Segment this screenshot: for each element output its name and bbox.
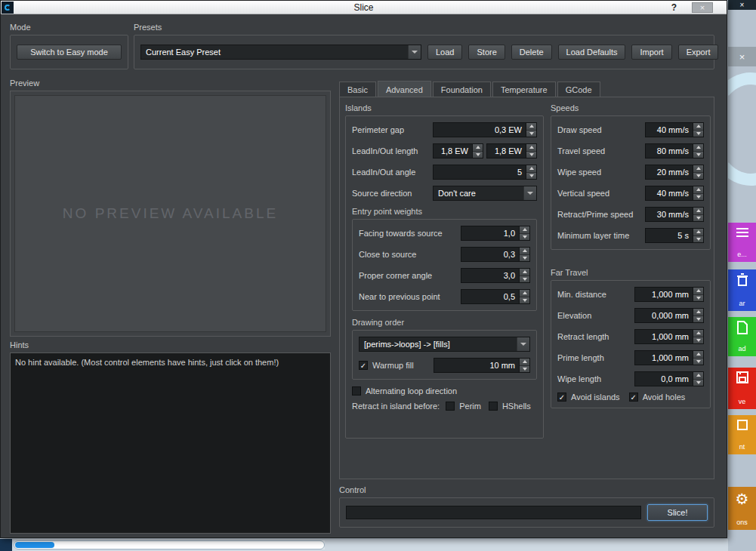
window-title: Slice bbox=[1, 2, 727, 13]
preview-placeholder-text: NO PREVIEW AVAILABLE bbox=[63, 205, 278, 222]
spinner-buttons[interactable] bbox=[519, 269, 529, 282]
side-button-3[interactable]: ad bbox=[728, 317, 756, 356]
chevron-down-icon[interactable] bbox=[408, 45, 421, 59]
tab-basic[interactable]: Basic bbox=[339, 82, 376, 97]
chevron-down-icon[interactable] bbox=[517, 337, 529, 351]
avoid-holes-checkbox[interactable]: ✓ bbox=[629, 392, 638, 402]
close-button[interactable]: × bbox=[692, 2, 713, 13]
spinner-buttons[interactable] bbox=[526, 165, 536, 179]
side-button-2[interactable]: ar bbox=[728, 269, 756, 311]
vertical-speed-field[interactable]: 40 mm/s bbox=[645, 186, 704, 201]
spinner-buttons[interactable] bbox=[526, 144, 536, 158]
far-travel-group-label: Far Travel bbox=[551, 268, 711, 278]
wipe-length-field[interactable]: 0,0 mm bbox=[634, 371, 704, 386]
retract-length-field[interactable]: 1,000 mm bbox=[634, 329, 704, 344]
spinner-buttons[interactable] bbox=[693, 229, 703, 242]
spinner-buttons[interactable] bbox=[693, 372, 703, 386]
drawing-order-label: Drawing order bbox=[352, 318, 537, 327]
gear-icon: ⚙ bbox=[736, 491, 749, 507]
close-icon: × bbox=[739, 51, 745, 63]
mode-group-label: Mode bbox=[10, 23, 128, 32]
alternating-loop-direction-checkbox[interactable] bbox=[352, 386, 361, 396]
spinner-buttons[interactable] bbox=[693, 165, 703, 179]
background-taskbar-tile bbox=[0, 539, 12, 551]
spinner-buttons[interactable] bbox=[693, 351, 703, 365]
leadinout-angle-field[interactable]: 5 bbox=[433, 165, 537, 180]
drawing-order-combobox[interactable]: [perims->loops] -> [fills] bbox=[359, 337, 530, 352]
entry-point-weights-group: Entry point weights Facing towards sourc… bbox=[352, 207, 537, 311]
titlebar[interactable]: Slice ? × bbox=[1, 1, 727, 14]
spinner-buttons[interactable] bbox=[519, 290, 529, 303]
wipe-speed-value: 20 mm/s bbox=[646, 165, 693, 179]
delete-button[interactable]: Delete bbox=[511, 45, 552, 60]
side-button-1[interactable]: e... bbox=[728, 223, 756, 262]
chevron-down-icon[interactable] bbox=[523, 186, 536, 200]
spinner-buttons[interactable] bbox=[693, 186, 703, 200]
retract-hshells-checkbox[interactable] bbox=[489, 402, 498, 411]
alternating-loop-direction-label: Alternating loop direction bbox=[366, 386, 537, 396]
retract-perim-checkbox[interactable] bbox=[446, 402, 455, 411]
import-button[interactable]: Import bbox=[631, 45, 671, 60]
side-button-options[interactable]: ⚙ ons bbox=[728, 487, 756, 530]
elevation-field[interactable]: 0,000 mm bbox=[634, 308, 704, 323]
load-defaults-button[interactable]: Load Defaults bbox=[558, 45, 626, 60]
preview-group-label: Preview bbox=[10, 78, 331, 88]
spinner-buttons[interactable] bbox=[693, 288, 703, 301]
spinner-buttons[interactable] bbox=[472, 144, 483, 158]
travel-speed-field[interactable]: 80 mm/s bbox=[645, 143, 704, 159]
side-button-4[interactable]: ve bbox=[728, 368, 756, 409]
tab-foundation[interactable]: Foundation bbox=[433, 82, 491, 97]
warmup-fill-value: 10 mm bbox=[434, 359, 519, 372]
islands-group-label: Islands bbox=[345, 103, 544, 113]
wipe-speed-field[interactable]: 20 mm/s bbox=[645, 165, 704, 180]
minimum-layer-time-field[interactable]: 5 s bbox=[645, 228, 704, 243]
tab-advanced[interactable]: Advanced bbox=[378, 81, 431, 97]
preset-combobox[interactable]: Current Easy Preset bbox=[140, 45, 421, 60]
spinner-buttons[interactable] bbox=[519, 248, 529, 261]
spinner-buttons[interactable] bbox=[693, 208, 703, 221]
source-direction-combobox[interactable]: Don't care bbox=[433, 186, 537, 201]
spinner-buttons[interactable] bbox=[693, 144, 703, 158]
draw-speed-field[interactable]: 40 mm/s bbox=[645, 122, 704, 137]
background-panel-close-button[interactable]: × bbox=[728, 47, 756, 66]
min-distance-field[interactable]: 1,000 mm bbox=[634, 287, 704, 302]
close-to-source-label: Close to source bbox=[359, 250, 461, 259]
prime-length-field[interactable]: 1,000 mm bbox=[634, 350, 704, 365]
leadout-length-value: 1,8 EW bbox=[487, 144, 526, 158]
proper-corner-angle-field[interactable]: 3,0 bbox=[461, 268, 530, 283]
spinner-buttons[interactable] bbox=[519, 359, 529, 372]
draw-speed-value: 40 mm/s bbox=[646, 123, 693, 137]
avoid-islands-checkbox[interactable]: ✓ bbox=[557, 392, 566, 402]
background-progress-fill bbox=[15, 542, 54, 548]
side-button-5[interactable]: nt bbox=[728, 415, 756, 454]
slice-dialog: Slice ? × Mode Switch to Easy mode Prese… bbox=[0, 0, 727, 538]
speeds-group-label: Speeds bbox=[551, 103, 711, 113]
switch-easy-mode-button[interactable]: Switch to Easy mode bbox=[17, 45, 122, 60]
background-close-icon[interactable]: × bbox=[740, 1, 745, 9]
warmup-fill-field[interactable]: 10 mm bbox=[434, 358, 530, 373]
retract-length-label: Retract length bbox=[557, 332, 634, 341]
help-button[interactable]: ? bbox=[671, 2, 677, 13]
store-button[interactable]: Store bbox=[468, 45, 505, 60]
tab-gcode[interactable]: GCode bbox=[557, 82, 600, 97]
facing-towards-source-field[interactable]: 1,0 bbox=[461, 226, 530, 241]
travel-speed-value: 80 mm/s bbox=[646, 144, 693, 158]
spinner-buttons[interactable] bbox=[519, 226, 529, 240]
near-previous-point-field[interactable]: 0,5 bbox=[461, 289, 530, 304]
leadin-length-field[interactable]: 1,8 EW bbox=[433, 143, 483, 159]
retract-prime-speed-field[interactable]: 30 mm/s bbox=[645, 207, 704, 222]
spinner-buttons[interactable] bbox=[693, 330, 703, 343]
save-icon bbox=[736, 371, 748, 383]
tab-temperature[interactable]: Temperature bbox=[492, 82, 556, 97]
drawing-order-value: [perims->loops] -> [fills] bbox=[359, 340, 517, 349]
export-button[interactable]: Export bbox=[678, 45, 719, 60]
warmup-fill-checkbox[interactable]: ✓ bbox=[359, 361, 368, 370]
slice-button[interactable]: Slice! bbox=[647, 504, 708, 521]
load-button[interactable]: Load bbox=[427, 45, 462, 60]
perimeter-gap-field[interactable]: 0,3 EW bbox=[433, 122, 537, 137]
leadout-length-field[interactable]: 1,8 EW bbox=[486, 143, 537, 159]
close-to-source-field[interactable]: 0,3 bbox=[461, 247, 530, 262]
spinner-buttons[interactable] bbox=[693, 123, 703, 137]
spinner-buttons[interactable] bbox=[526, 123, 536, 137]
spinner-buttons[interactable] bbox=[693, 309, 703, 322]
